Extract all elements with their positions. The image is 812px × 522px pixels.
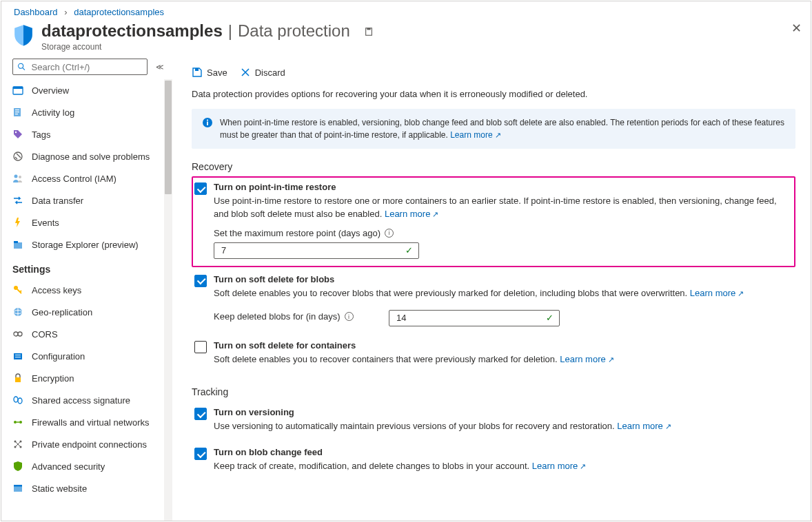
change-feed-desc: Keep track of create, modification, and … [214,461,529,471]
sidebar-item-label: Activity log [32,107,74,118]
sidebar-item-label: Events [32,218,59,228]
versioning-learn-more-link[interactable]: Learn more [617,421,671,431]
svg-point-20 [18,332,22,336]
sidebar-item-data-transfer[interactable]: Data transfer [1,189,172,211]
info-icon [202,117,213,128]
svg-point-40 [207,119,208,121]
svg-point-13 [19,176,21,178]
save-button[interactable]: Save [192,67,227,78]
nav: OverviewActivity logTagsDiagnose and sol… [1,79,172,521]
cors-icon [12,328,23,340]
sidebar-item-geo-replication[interactable]: Geo-replication [1,301,172,323]
svg-point-10 [15,132,17,133]
svg-rect-5 [13,87,23,89]
svg-rect-1 [367,28,370,30]
svg-rect-22 [15,355,21,355]
svg-point-27 [14,421,17,424]
search-input[interactable] [30,61,143,73]
resource-type: Storage account [41,42,787,52]
svg-rect-9 [15,114,18,114]
versioning-block: Turn on versioning Use versioning to aut… [192,401,795,440]
svg-rect-34 [14,485,22,487]
sidebar-item-storage-explorer[interactable]: Storage Explorer (preview) [1,233,172,255]
soft-delete-containers-checkbox[interactable] [194,341,207,353]
scrollbar-track[interactable] [164,79,172,521]
sidebar-item-label: Firewalls and virtual networks [32,417,150,428]
versioning-desc: Use versioning to automatically maintain… [214,421,615,431]
collapse-chevron-icon[interactable]: ≪ [153,60,167,74]
pitr-checkbox[interactable] [194,182,207,195]
sidebar-item-access-keys[interactable]: Access keys [1,279,172,301]
pitr-block: Turn on point-in-time restore Use point-… [192,176,795,267]
svg-rect-15 [14,241,18,243]
tracking-section-title: Tracking [192,386,795,397]
sidebar-item-shared-access-signature[interactable]: Shared access signature [1,389,172,411]
soft-delete-blobs-info-icon[interactable]: i [345,312,354,321]
sidebar-item-encryption[interactable]: Encryption [1,367,172,389]
soft-delete-blobs-days-input[interactable] [395,312,546,324]
private-endpoint-icon [12,439,23,450]
shield-icon [14,24,33,48]
sidebar-item-label: Access keys [32,285,81,295]
close-icon[interactable]: ✕ [787,21,798,32]
sidebar-item-overview[interactable]: Overview [1,79,172,101]
svg-line-3 [23,68,25,70]
sidebar-item-static-website[interactable]: Static website [1,477,172,499]
change-feed-learn-more-link[interactable]: Learn more [532,461,587,471]
shared-access-signature-icon [12,395,23,406]
sidebar-item-label: Tags [32,129,50,140]
intro-text: Data protection provides options for rec… [192,89,795,99]
sidebar-item-label: Shared access signature [32,395,130,406]
sidebar-item-diagnose[interactable]: Diagnose and solve problems [1,145,172,167]
soft-delete-blobs-checkbox[interactable] [194,275,207,287]
sidebar-item-configuration[interactable]: Configuration [1,345,172,367]
scrollbar-thumb[interactable] [165,81,172,194]
storage-explorer-icon [12,239,23,250]
sidebar-item-advanced-security[interactable]: Advanced security [1,455,172,477]
soft-delete-containers-block: Turn on soft delete for containers Soft … [192,335,795,373]
soft-delete-blobs-learn-more-link[interactable]: Learn more [690,288,744,298]
svg-rect-21 [14,353,22,359]
svg-rect-7 [15,109,19,110]
configuration-icon [12,351,23,362]
soft-delete-blobs-days-input-wrap[interactable]: ✓ [389,310,560,326]
info-text: When point-in-time restore is enabled, v… [220,118,784,140]
pitr-days-input[interactable] [220,244,405,256]
sidebar-item-label: Diagnose and solve problems [32,152,150,162]
versioning-title: Turn on versioning [214,407,789,417]
activity-log-icon [12,107,23,118]
pin-icon[interactable] [364,21,374,41]
pitr-days-input-wrap[interactable]: ✓ [214,242,419,259]
tags-icon [12,129,23,140]
search-box[interactable] [12,59,148,75]
sidebar-item-events[interactable]: Events [1,211,172,233]
soft-delete-blobs-title: Turn on soft delete for blobs [214,274,789,284]
soft-delete-blobs-desc: Soft delete enables you to recover blobs… [214,288,687,298]
sidebar-item-access-control[interactable]: Access Control (IAM) [1,167,172,189]
soft-delete-containers-desc: Soft delete enables you to recover conta… [214,354,558,364]
breadcrumb-root[interactable]: Dashboard [14,7,58,17]
events-icon [12,217,23,228]
pitr-field-info-icon[interactable]: i [385,229,394,238]
sidebar-item-tags[interactable]: Tags [1,123,172,145]
access-keys-icon [12,284,23,295]
pitr-learn-more-link[interactable]: Learn more [385,209,439,219]
sidebar-item-cors[interactable]: CORS [1,323,172,345]
sidebar-item-activity-log[interactable]: Activity log [1,101,172,123]
svg-point-12 [14,175,18,178]
soft-delete-containers-learn-more-link[interactable]: Learn more [560,354,614,364]
sidebar-item-private-endpoint[interactable]: Private endpoint connections [1,433,172,455]
discard-button[interactable]: Discard [240,67,285,78]
pitr-desc: Use point-in-time restore to restore one… [214,196,777,219]
change-feed-title: Turn on blob change feed [214,447,789,457]
versioning-checkbox[interactable] [194,408,207,420]
command-bar: Save Discard [192,59,795,86]
svg-point-11 [14,152,22,160]
change-feed-checkbox[interactable] [194,448,207,460]
sidebar-item-firewalls[interactable]: Firewalls and virtual networks [1,411,172,433]
svg-point-19 [14,332,18,336]
sidebar-item-label: Data transfer [32,196,83,206]
change-feed-block: Turn on blob change feed Keep track of c… [192,441,795,480]
breadcrumb-current[interactable]: dataprotectionsamples [74,7,164,17]
info-learn-more-link[interactable]: Learn more [450,130,500,140]
